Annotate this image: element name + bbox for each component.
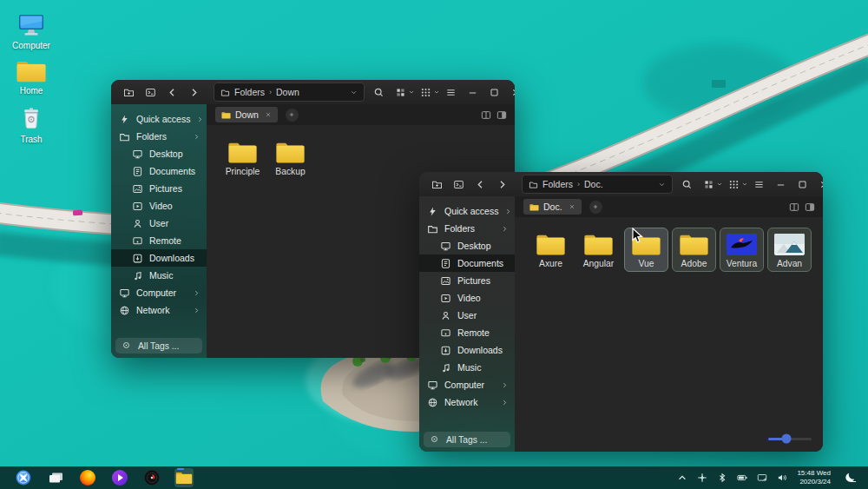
onboard-icon[interactable]	[697, 472, 707, 483]
search-button[interactable]	[676, 175, 698, 194]
chevron-right-icon[interactable]	[501, 225, 509, 233]
slider-handle[interactable]	[782, 434, 792, 444]
sidebar-item-folders[interactable]: Folders	[111, 128, 207, 145]
sidebar-item-quick-access[interactable]: Quick access	[419, 202, 515, 220]
file-item-principle[interactable]: Principle	[220, 135, 265, 180]
sidebar-item-music[interactable]: Music	[419, 359, 515, 376]
back-button[interactable]	[470, 175, 491, 194]
minimize-button[interactable]	[770, 175, 792, 194]
sidebar-item-pictures[interactable]: Pictures	[111, 180, 207, 197]
icon-size-slider[interactable]	[768, 433, 812, 444]
sidebar-item-desktop[interactable]: Desktop	[419, 237, 515, 254]
sidebar-item-remote[interactable]: Remote	[111, 232, 207, 249]
night-mode-moon-icon[interactable]	[844, 472, 861, 484]
breadcrumb-root[interactable]: Folders	[234, 87, 265, 97]
menu-button[interactable]	[748, 175, 770, 194]
split-view-filled-icon[interactable]	[496, 110, 507, 120]
split-view-filled-icon[interactable]	[805, 202, 815, 212]
tab-down[interactable]: Down	[215, 107, 278, 122]
back-button[interactable]	[161, 83, 183, 102]
desktop-icon-computer[interactable]: Computer	[3, 10, 59, 50]
chevron-down-icon[interactable]	[433, 89, 440, 96]
window1-titlebar[interactable]: Folders › Down	[111, 80, 515, 104]
chevron-right-icon[interactable]	[193, 307, 201, 314]
sidebar-item-video[interactable]: Video	[419, 289, 515, 307]
split-view-icon[interactable]	[789, 202, 799, 212]
music-vinyl-icon[interactable]	[142, 468, 161, 487]
address-bar[interactable]: Folders › Down	[214, 83, 365, 102]
tab-close-icon[interactable]	[569, 203, 575, 210]
file-item-backup[interactable]: Backup	[268, 135, 312, 180]
sidebar-item-quick-access[interactable]: Quick access	[111, 110, 207, 128]
media-player-icon[interactable]	[110, 468, 129, 487]
file-item-advan[interactable]: Advan	[767, 228, 812, 272]
address-bar[interactable]: Folders › Doc.	[522, 175, 673, 194]
file-item-angular[interactable]: Angular	[576, 228, 621, 272]
sidebar-item-computer[interactable]: Computer	[111, 284, 207, 301]
breadcrumb-root[interactable]: Folders	[542, 179, 573, 189]
tab-doc[interactable]: Doc.	[523, 199, 582, 215]
sidebar-item-user[interactable]: User	[419, 307, 515, 324]
chevron-down-icon[interactable]	[716, 181, 723, 188]
file-item-ventura[interactable]: Ventura	[720, 228, 764, 272]
sidebar-item-folders[interactable]: Folders	[419, 220, 515, 237]
chevron-down-icon[interactable]	[408, 89, 415, 96]
tray-expand-icon[interactable]	[677, 472, 687, 483]
chevron-right-icon[interactable]	[196, 116, 204, 123]
maximize-button[interactable]	[792, 175, 813, 194]
all-tags-button[interactable]: All Tags ...	[424, 432, 510, 447]
chevron-down-icon[interactable]	[350, 89, 358, 96]
desktop-icon-home[interactable]: Home	[3, 56, 59, 96]
open-terminal-button[interactable]	[140, 83, 161, 102]
sidebar-item-computer[interactable]: Computer	[419, 376, 515, 393]
slider-track[interactable]	[768, 438, 812, 440]
sidebar-item-downloads[interactable]: Downloads	[111, 249, 207, 267]
sidebar-item-remote[interactable]: Remote	[419, 324, 515, 341]
chevron-right-icon[interactable]	[501, 399, 509, 406]
chevron-down-icon[interactable]	[741, 181, 748, 188]
window2-titlebar[interactable]: Folders › Doc.	[419, 172, 823, 196]
all-tags-button[interactable]: All Tags ...	[115, 338, 202, 354]
sidebar-item-documents[interactable]: Documents	[111, 162, 207, 180]
open-terminal-button[interactable]	[448, 175, 470, 194]
forward-button[interactable]	[183, 83, 205, 102]
chevron-right-icon[interactable]	[501, 381, 509, 389]
chevron-right-icon[interactable]	[193, 133, 201, 141]
screen-cast-icon[interactable]	[757, 472, 767, 483]
close-button[interactable]	[505, 83, 515, 102]
firefox-icon[interactable]	[78, 468, 97, 487]
file-item-adobe[interactable]: Adobe	[672, 228, 716, 272]
new-folder-button[interactable]	[426, 175, 448, 194]
minimize-button[interactable]	[462, 83, 483, 102]
file-manager-icon[interactable]	[174, 468, 194, 487]
volume-icon[interactable]	[777, 472, 787, 483]
new-tab-button[interactable]	[286, 109, 299, 122]
bluetooth-icon[interactable]	[717, 472, 727, 483]
chevron-right-icon[interactable]	[193, 289, 201, 297]
sidebar-item-video[interactable]: Video	[111, 197, 207, 215]
sidebar-item-pictures[interactable]: Pictures	[419, 272, 515, 289]
menu-button[interactable]	[440, 83, 462, 102]
chevron-right-icon[interactable]	[504, 208, 512, 215]
sidebar-item-documents[interactable]: Documents	[419, 254, 515, 272]
chevron-down-icon[interactable]	[658, 181, 666, 188]
sidebar-item-desktop[interactable]: Desktop	[111, 145, 207, 162]
sidebar-item-downloads[interactable]: Downloads	[419, 341, 515, 359]
taskbar-clock[interactable]: 15:48 Wed 2020/3/24	[797, 469, 831, 487]
forward-button[interactable]	[491, 175, 513, 194]
breadcrumb-current[interactable]: Doc.	[584, 179, 603, 189]
launcher-icon[interactable]	[14, 468, 33, 487]
file-item-axure[interactable]: Axure	[529, 228, 573, 272]
battery-icon[interactable]	[737, 472, 747, 483]
desktop-icon-trash[interactable]: Trash	[3, 104, 59, 144]
sidebar-item-music[interactable]: Music	[111, 267, 207, 284]
tab-close-icon[interactable]	[265, 111, 272, 118]
sidebar-item-network[interactable]: Network	[111, 301, 207, 319]
close-button[interactable]	[813, 175, 823, 194]
maximize-button[interactable]	[483, 83, 505, 102]
new-folder-button[interactable]	[118, 83, 140, 102]
sidebar-item-user[interactable]: User	[111, 215, 207, 232]
new-tab-button[interactable]	[589, 201, 602, 214]
split-view-icon[interactable]	[481, 110, 491, 120]
multitasking-view-icon[interactable]	[46, 468, 65, 487]
